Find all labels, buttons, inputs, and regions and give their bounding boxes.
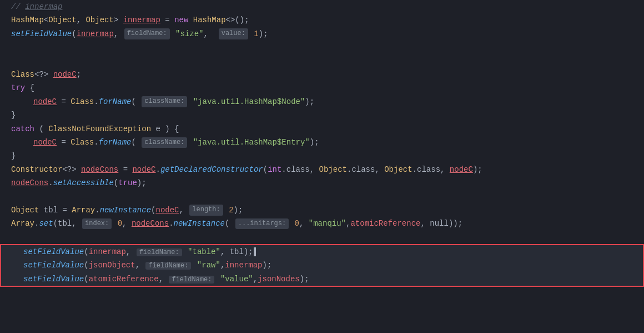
comment: // innermap [11,1,62,13]
var-innermap: innermap [123,14,160,26]
code-line-close-catch: } [0,149,644,162]
code-line-setfieldvalue-size: setFieldValue(innermap, fieldName: "size… [0,27,644,41]
code-line-setfieldvalue-value: setFieldValue(atomicReference, fieldName… [1,272,643,286]
blank-line-2 [0,54,644,68]
code-line-catch: catch ( ClassNotFoundException e ) { [0,122,644,136]
code-line-close-try: } [0,108,644,122]
code-lines: // innermap HashMap<Object, Object> inne… [0,0,644,287]
code-line-setaccessible: nodeCons.setAccessible(true); [0,176,644,190]
code-line-nodec-decl: Class<?> nodeC; [0,68,644,81]
code-line-setfieldvalue-table: setFieldValue(innermap, fieldName: "tabl… [1,245,643,259]
highlight-box: setFieldValue(innermap, fieldName: "tabl… [0,244,644,287]
code-line-try: try { [0,81,644,95]
code-line-constructor: Constructor<?> nodeCons = nodeC.getDecla… [0,163,644,176]
code-line-comment: // innermap [0,0,644,13]
code-line-forname-node: nodeC = Class.forName( className: "java.… [0,95,644,108]
code-line-tbl: Object tbl = Array.newInstance(nodeC, le… [0,203,644,217]
blank-line-3 [0,190,644,203]
code-line-forname-entry: nodeC = Class.forName( className: "java.… [0,136,644,149]
blank-line-4 [0,231,644,244]
code-container: // innermap HashMap<Object, Object> inne… [0,0,644,333]
code-line-hashmap: HashMap<Object, Object> innermap = new H… [0,13,644,27]
blank-line-1 [0,41,644,54]
type-token: HashMap [11,14,44,26]
code-line-setfieldvalue-raw: setFieldValue(jsonObject, fieldName: "ra… [1,259,643,272]
code-line-array-set: Array.set(tbl, index: 0, nodeCons.newIns… [0,217,644,230]
